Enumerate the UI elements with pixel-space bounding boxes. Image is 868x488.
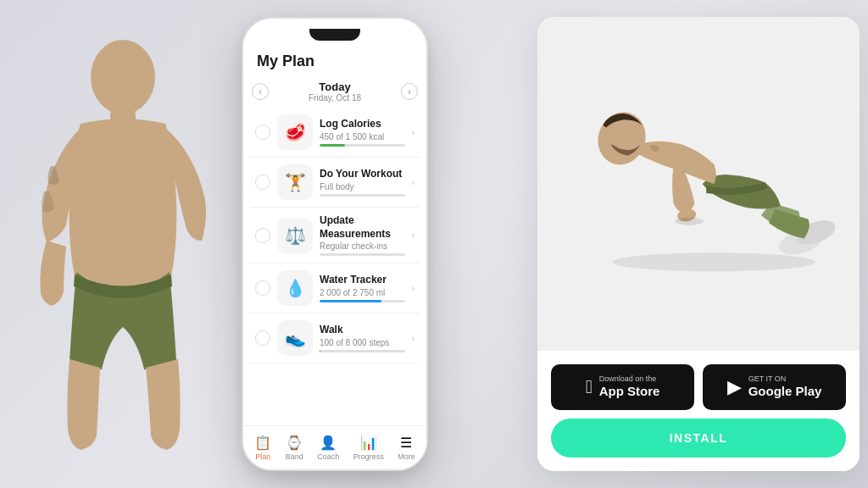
plan-item[interactable]: 👟 Walk 100 of 8 000 steps ›: [250, 313, 420, 363]
phone-bottom-nav: 📋 Plan ⌚ Band 👤 Coach 📊 Progress ☰ More: [243, 425, 426, 469]
nav-label: Band: [286, 452, 303, 461]
plan-item-content: Do Your Workout Full body: [320, 168, 405, 197]
phone-outer: My Plan ‹ Today Friday, Oct 18 › 🥩 Log C…: [242, 17, 428, 471]
phone-screen: My Plan ‹ Today Friday, Oct 18 › 🥩 Log C…: [243, 44, 426, 469]
google-play-text: GET IT ON Google Play: [748, 375, 822, 399]
nav-label: More: [398, 452, 415, 461]
date-nav: ‹ Today Friday, Oct 18 ›: [243, 75, 426, 108]
plan-item-icon: 🥩: [277, 114, 313, 150]
apple-store-top: Download on the: [599, 375, 660, 384]
next-date-button[interactable]: ›: [401, 83, 418, 100]
plan-item-title: Log Calories: [320, 118, 405, 131]
plan-item-icon: 💧: [277, 270, 313, 306]
google-play-button[interactable]: ▶ GET IT ON Google Play: [703, 364, 846, 410]
plan-item[interactable]: ⚖️ Update Measurements Regular check-ins…: [250, 208, 420, 263]
nav-label: Coach: [317, 452, 339, 461]
plan-item-content: Log Calories 450 of 1 500 kcal: [320, 118, 405, 147]
plan-item-check: [255, 330, 270, 346]
svg-point-7: [675, 218, 703, 225]
date-sub: Friday, Oct 18: [275, 93, 394, 103]
plan-item-arrow: ›: [412, 230, 415, 240]
plan-item-check: [255, 175, 270, 190]
plan-item-title: Water Tracker: [320, 274, 405, 287]
plan-item-progress-bg: [320, 194, 405, 197]
nav-icon: ⌚: [286, 435, 303, 451]
plan-item-sub: 450 of 1 500 kcal: [320, 132, 405, 141]
plan-item-check: [255, 125, 270, 140]
plan-item[interactable]: 🏋️ Do Your Workout Full body ›: [250, 158, 420, 208]
right-section:  Download on the App Store ▶ GET IT ON …: [537, 17, 860, 471]
plan-item-content: Update Measurements Regular check-ins: [320, 214, 405, 256]
plan-item[interactable]: 💧 Water Tracker 2 000 of 2 750 ml ›: [250, 263, 420, 313]
plan-item-progress-bar: [320, 144, 345, 147]
apple-store-text: Download on the App Store: [599, 375, 660, 399]
plan-item-sub: 100 of 8 000 steps: [320, 338, 405, 347]
plan-item-sub: Full body: [320, 182, 405, 191]
plan-item-arrow: ›: [412, 128, 415, 137]
plan-items: 🥩 Log Calories 450 of 1 500 kcal › 🏋️ Do…: [243, 108, 426, 425]
plan-item-icon: ⚖️: [277, 218, 313, 253]
phone-header: My Plan: [243, 44, 426, 75]
plan-item-icon: 🏋️: [277, 164, 313, 200]
phone-notch-area: [243, 19, 426, 44]
google-play-bottom: Google Play: [748, 384, 822, 399]
plan-item-progress-bar: [320, 300, 381, 302]
google-play-icon: ▶: [727, 376, 742, 398]
nav-label: Progress: [353, 452, 384, 461]
athlete-figure: [554, 82, 843, 286]
nav-icon: 📊: [360, 435, 377, 451]
plan-item-title: Update Measurements: [320, 214, 405, 241]
right-image-area: [537, 17, 860, 351]
phone-notch: [309, 29, 360, 41]
plan-item-progress-bg: [320, 300, 405, 302]
nav-icon: 📋: [254, 435, 271, 451]
plan-item-title: Do Your Workout: [320, 168, 405, 181]
phone-header-title: My Plan: [257, 53, 413, 70]
svg-point-0: [91, 40, 155, 114]
plan-item-arrow: ›: [412, 284, 415, 293]
date-center: Today Friday, Oct 18: [275, 80, 394, 103]
nav-label: Plan: [255, 452, 270, 461]
nav-item-more[interactable]: ☰ More: [398, 435, 415, 461]
plan-item-progress-bg: [320, 253, 405, 256]
plan-item-icon: 👟: [277, 320, 313, 356]
plan-item-title: Walk: [320, 324, 405, 337]
nav-item-coach[interactable]: 👤 Coach: [317, 435, 339, 461]
apple-icon: : [586, 376, 593, 398]
apple-store-bottom: App Store: [599, 384, 660, 399]
google-play-top: GET IT ON: [748, 375, 822, 384]
date-today: Today: [275, 80, 394, 93]
plan-item-arrow: ›: [412, 178, 415, 187]
plan-item-arrow: ›: [412, 334, 415, 343]
install-label: INSTALL: [670, 431, 728, 445]
apple-store-button[interactable]:  Download on the App Store: [551, 364, 694, 410]
nav-item-plan[interactable]: 📋 Plan: [254, 435, 271, 461]
phone-mockup: My Plan ‹ Today Friday, Oct 18 › 🥩 Log C…: [242, 17, 428, 471]
prev-date-button[interactable]: ‹: [252, 83, 269, 100]
plan-item-check: [255, 280, 270, 296]
plan-item-sub: Regular check-ins: [320, 241, 405, 251]
left-person: [8, 14, 237, 488]
plan-item-progress-bg: [320, 144, 405, 147]
plan-item-sub: 2 000 of 2 750 ml: [320, 288, 405, 297]
nav-item-progress[interactable]: 📊 Progress: [353, 435, 384, 461]
plan-item[interactable]: 🥩 Log Calories 450 of 1 500 kcal ›: [250, 108, 420, 158]
store-buttons:  Download on the App Store ▶ GET IT ON …: [551, 364, 846, 410]
nav-icon: 👤: [320, 435, 337, 451]
install-button[interactable]: INSTALL: [551, 419, 846, 458]
plan-item-progress-bg: [320, 350, 405, 352]
svg-point-2: [612, 252, 815, 271]
main-container: My Plan ‹ Today Friday, Oct 18 › 🥩 Log C…: [0, 0, 868, 488]
plan-item-check: [255, 228, 270, 243]
plan-item-content: Water Tracker 2 000 of 2 750 ml: [320, 274, 405, 302]
nav-icon: ☰: [400, 435, 412, 451]
plan-item-progress-bar: [320, 350, 320, 352]
nav-item-band[interactable]: ⌚ Band: [286, 435, 303, 461]
right-bottom:  Download on the App Store ▶ GET IT ON …: [537, 351, 860, 471]
plan-item-content: Walk 100 of 8 000 steps: [320, 324, 405, 352]
